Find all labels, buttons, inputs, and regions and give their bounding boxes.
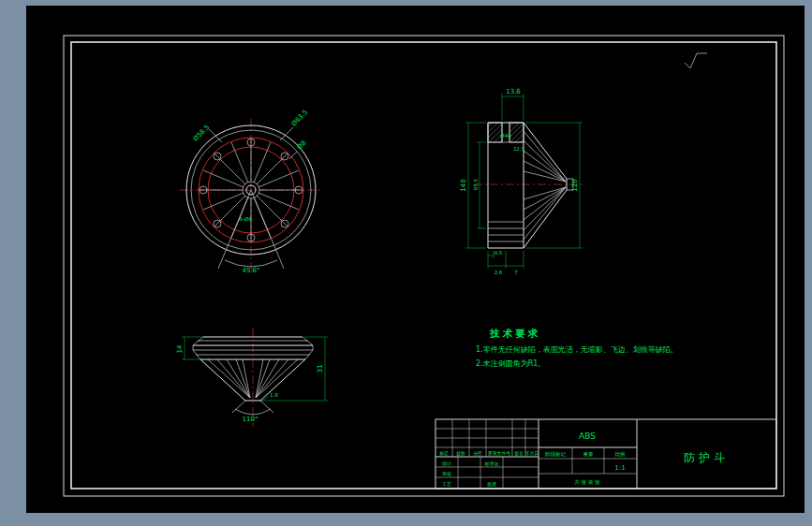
dim-t3: 7	[514, 270, 518, 275]
dim-angle: 45.6°	[242, 267, 259, 274]
dim-holes: 8-Ø6	[239, 216, 252, 222]
cad-viewport[interactable]: Ø63.5 Ø58.5 Ø8 8-Ø6 45.6°	[0, 0, 812, 526]
weight-label: 重量	[583, 451, 595, 457]
tech-line-1: 1.零件无任何缺陷，表面光洁，无缩影、飞边、划痕等缺陷。	[476, 345, 678, 354]
rev-header-zone: 分区	[473, 451, 482, 456]
dim-right-height: 120	[571, 179, 579, 191]
rev-header-docno: 更改文件号	[488, 450, 510, 456]
dim-hole-dia: Ø40	[500, 133, 511, 139]
sig-standard: 标准化	[484, 460, 499, 467]
paper-background	[26, 6, 805, 513]
dim-inner-height: 65.5	[473, 178, 479, 190]
dim-step: 12.5	[513, 146, 525, 152]
sig-design: 设计	[441, 460, 451, 466]
dim-t2: 2.6	[495, 270, 503, 275]
material-label: ABS	[579, 431, 596, 441]
dim-cone-angle: 110°	[243, 416, 258, 423]
part-name: 防护斗	[684, 451, 729, 464]
dim-t1: 0.5	[495, 250, 503, 256]
dim-height: 140	[460, 179, 467, 191]
sig-approve: 批准	[487, 481, 496, 488]
tech-line-2: 2.未注倒圆角为R1。	[476, 359, 545, 368]
stage-label: 阶段标记	[545, 451, 567, 458]
scale-value: 1:1	[614, 464, 625, 472]
sig-process: 工艺	[442, 481, 451, 487]
rev-header-count: 处数	[456, 450, 465, 457]
tech-title: 技术要求	[489, 328, 540, 339]
scale-label: 比例	[615, 451, 626, 458]
sig-check: 审核	[442, 471, 451, 476]
dim-flange-height: 14	[176, 344, 184, 353]
dim-top-width: 13.6	[506, 88, 521, 95]
sheet-label: 共 张 第 张	[573, 479, 600, 486]
dim-side-height: 31	[317, 365, 324, 373]
dim-tip: 1.8	[270, 392, 278, 398]
